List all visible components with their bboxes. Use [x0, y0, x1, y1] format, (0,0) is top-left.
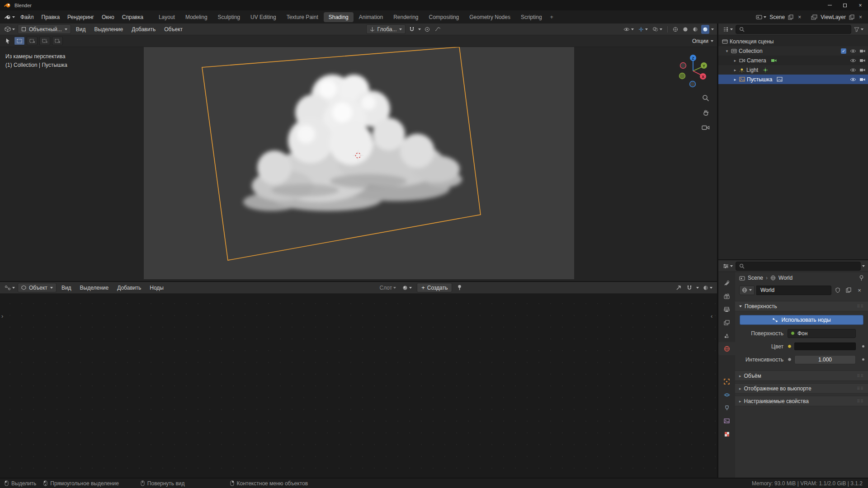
shader-menu-select[interactable]: Выделение — [76, 283, 113, 292]
new-material-button[interactable]: + Создать — [417, 283, 452, 292]
camera-row[interactable]: ▸ Camera — [718, 56, 868, 65]
node-editor-canvas[interactable]: › ‹ — [0, 294, 717, 478]
editor-type-3d-viewport-button[interactable] — [3, 25, 16, 34]
shading-material-button[interactable] — [691, 25, 699, 34]
viewport-menu-select[interactable]: Выделение — [91, 25, 127, 34]
tab-render-properties[interactable] — [718, 290, 735, 303]
snap-node-arrow-icon[interactable] — [675, 283, 683, 292]
active-tool-icon[interactable] — [4, 37, 12, 46]
tab-uv-editing[interactable]: UV Editing — [245, 12, 281, 22]
pin-id-icon[interactable] — [859, 275, 864, 281]
node-snap-caret[interactable] — [696, 287, 699, 289]
shading-wireframe-button[interactable] — [671, 25, 679, 34]
unlink-scene-icon[interactable]: × — [797, 13, 802, 22]
use-nodes-button[interactable]: Использовать ноды — [740, 315, 863, 325]
proportional-falloff-button[interactable] — [434, 25, 442, 34]
viewlayer-name[interactable]: ViewLayer — [821, 14, 846, 20]
tab-modeling[interactable]: Modeling — [180, 12, 212, 22]
cloud-object[interactable] — [237, 67, 466, 223]
shader-mode-dropdown[interactable]: Объект — [18, 283, 57, 292]
surface-shader-field[interactable]: Фон — [788, 329, 856, 338]
tab-object-data-properties[interactable] — [718, 414, 735, 427]
remove-viewlayer-icon[interactable]: × — [858, 13, 863, 22]
copy-scene-icon[interactable] — [787, 13, 795, 22]
viewlayer-icon[interactable] — [810, 13, 819, 22]
tab-view-layer-properties[interactable] — [718, 316, 735, 329]
collection-checkbox[interactable]: ✓ — [841, 48, 846, 54]
strength-keyframe-dot[interactable] — [862, 358, 864, 361]
surface-panel-header[interactable]: Поверхность ⠿⠿ — [735, 301, 868, 311]
camera-hide-eye-icon[interactable] — [850, 58, 856, 63]
properties-filter-caret[interactable] — [862, 265, 865, 267]
tab-sculpting[interactable]: Sculpting — [213, 12, 245, 22]
select-mode-extend-button[interactable] — [27, 37, 38, 45]
select-mode-difference-button[interactable] — [52, 37, 63, 45]
tab-physics-properties[interactable] — [718, 388, 735, 401]
empty-disclosure-arrow[interactable]: ▸ — [733, 77, 737, 82]
tab-texture-paint[interactable]: Texture Paint — [282, 12, 323, 22]
tab-layout[interactable]: Layout — [154, 12, 180, 22]
shading-solid-button[interactable] — [681, 25, 689, 34]
snap-options-caret[interactable] — [418, 28, 421, 30]
browse-scene-button[interactable] — [755, 13, 768, 22]
editor-type-properties-button[interactable] — [722, 262, 734, 271]
shader-menu-add[interactable]: Добавить — [113, 283, 145, 292]
light-render-camera-icon[interactable] — [859, 68, 865, 72]
breadcrumb-world[interactable]: World — [778, 275, 793, 281]
copy-viewlayer-icon[interactable] — [848, 13, 856, 22]
tab-object-properties[interactable] — [718, 375, 735, 388]
menu-edit[interactable]: Правка — [38, 13, 64, 22]
collection-render-camera-icon[interactable] — [859, 49, 865, 53]
duplicate-world-icon[interactable] — [844, 286, 853, 295]
tool-options-dropdown[interactable]: Опции — [692, 38, 713, 44]
viewport-menu-view[interactable]: Вид — [72, 25, 90, 34]
collection-disclosure-arrow[interactable]: ▾ — [725, 49, 729, 53]
fake-user-shield-icon[interactable] — [833, 286, 842, 295]
slot-dropdown[interactable]: Слот — [378, 283, 398, 292]
node-overlays-button[interactable] — [702, 283, 714, 292]
tab-animation[interactable]: Animation — [354, 12, 388, 22]
tab-geometry-nodes[interactable]: Geometry Nodes — [464, 12, 515, 22]
world-color-swatch[interactable] — [794, 343, 856, 350]
filter-funnel-icon[interactable] — [853, 25, 865, 34]
light-row[interactable]: ▸ Light — [718, 65, 868, 75]
viewport-display-panel-header[interactable]: ▸ Отображение во вьюпорте ⠿⠿ — [735, 383, 868, 394]
menu-render[interactable]: Рендеринг — [64, 13, 98, 22]
light-hide-eye-icon[interactable] — [850, 68, 856, 72]
viewport-menu-object[interactable]: Объект — [160, 25, 186, 34]
strength-value-field[interactable]: 1.000 — [794, 355, 856, 364]
tab-output-properties[interactable] — [718, 303, 735, 316]
shading-rendered-button[interactable] — [701, 25, 709, 34]
tab-constraints-properties[interactable] — [718, 401, 735, 414]
properties-search-input[interactable] — [736, 262, 861, 271]
menu-file[interactable]: Файл — [17, 13, 38, 22]
tab-compositing[interactable]: Compositing — [424, 12, 464, 22]
proportional-editing-button[interactable] — [423, 25, 431, 34]
node-snap-magnet-icon[interactable] — [685, 283, 693, 292]
editor-type-shader-button[interactable] — [3, 283, 16, 292]
custom-properties-panel-header[interactable]: ▸ Настраиваемые свойства ⠿⠿ — [735, 396, 868, 406]
minimize-button[interactable] — [822, 0, 837, 10]
breadcrumb-scene[interactable]: Scene — [748, 275, 763, 281]
snap-toggle-button[interactable] — [408, 25, 416, 34]
browse-material-button[interactable] — [401, 283, 413, 292]
viewport-canvas[interactable]: Из камеры перспектива (1) Collection | П… — [0, 47, 717, 281]
scene-collection-row[interactable]: Коллекция сцены — [718, 37, 868, 46]
scene-name[interactable]: Scene — [769, 14, 785, 20]
transform-orientation-dropdown[interactable]: Глоба... — [366, 24, 406, 34]
object-visibility-button[interactable] — [622, 25, 635, 34]
shader-menu-view[interactable]: Вид — [58, 283, 75, 292]
camera-view-icon[interactable] — [700, 122, 711, 133]
empty-image-row[interactable]: ▸ Пустышка — [718, 75, 868, 84]
app-menu-button[interactable] — [3, 13, 16, 22]
editor-type-outliner-button[interactable] — [722, 25, 734, 34]
maximize-button[interactable] — [837, 0, 853, 10]
tab-world-properties[interactable] — [718, 342, 735, 355]
tab-scene-properties[interactable] — [718, 329, 735, 342]
zoom-tool-icon[interactable] — [700, 93, 711, 103]
menu-window[interactable]: Окно — [98, 13, 118, 22]
navigation-gizmo[interactable]: Z Y X — [676, 54, 710, 88]
viewport-menu-add[interactable]: Добавить — [128, 25, 159, 34]
close-button[interactable]: × — [853, 0, 868, 10]
browse-world-button[interactable] — [739, 286, 755, 295]
